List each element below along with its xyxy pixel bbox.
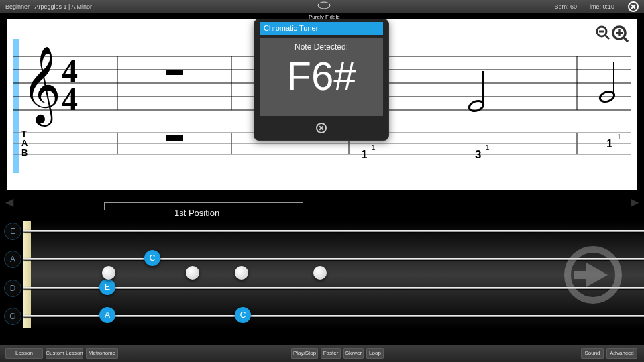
string-e [23,230,644,232]
zoom-in-button[interactable] [612,25,629,46]
loop-button[interactable]: Loop [366,348,384,359]
fret-note[interactable]: C [235,307,251,323]
bpm-display: Bpm: 60 [554,0,577,13]
tab-note: 31 [475,144,490,161]
fret-marker [313,266,327,280]
tab-label-a: A [21,138,28,148]
svg-rect-39 [574,271,589,279]
top-bar: Beginner - Arpeggios 1 | A Minor Purely … [0,0,644,13]
tuner-panel: Chromatic Tuner Note Detected: F6# [254,19,389,141]
string-a [23,258,644,260]
tuner-title: Chromatic Tuner [260,22,383,35]
treble-clef-icon: 𝄞 [21,47,61,127]
bottom-toolbar: Lesson Selector Custom Lesson Metronome … [0,345,644,362]
position-label: 1st Position [174,208,219,218]
lesson-title: Beginner - Arpeggios 1 | A Minor [5,0,92,13]
custom-lesson-button[interactable]: Custom Lesson [46,348,83,359]
lesson-selector-button[interactable]: Lesson Selector [5,348,43,359]
zoom-out-button[interactable] [596,25,610,43]
open-string-d[interactable]: D [4,280,21,297]
playhead [13,39,19,173]
tab-note: 11 [606,133,621,150]
svg-marker-38 [586,263,608,287]
open-string-a[interactable]: A [4,251,21,268]
advanced-button[interactable]: Advanced [606,348,637,359]
faster-button[interactable]: Faster [321,348,341,359]
metronome-button[interactable]: Metronome [86,348,118,359]
close-button[interactable] [628,1,639,12]
svg-point-17 [468,99,484,113]
string-g [23,315,644,317]
tab-label-t: T [21,129,27,139]
svg-line-34 [623,37,628,42]
svg-text:1: 1 [617,133,621,141]
tuner-note: F6# [260,53,383,99]
string-d [23,287,644,289]
fret-marker [186,266,199,280]
sound-button[interactable]: Sound [581,348,604,359]
open-string-g[interactable]: G [4,308,21,325]
fretboard[interactable] [23,221,644,328]
note [468,71,484,113]
whole-rest [166,70,183,75]
time-sig-bottom: 4 [62,81,78,117]
svg-text:1: 1 [486,144,490,152]
svg-text:1: 1 [361,148,367,161]
tuner-detected-label: Note Detected: [260,38,383,52]
tab-note: 11 [361,144,376,161]
nut [23,221,31,328]
fret-note[interactable]: C [144,250,160,266]
fret-note[interactable]: E [99,279,115,295]
tuner-close-button[interactable] [316,123,327,133]
fret-note[interactable]: A [99,307,115,323]
tab-rest [166,135,183,141]
svg-text:3: 3 [475,148,481,161]
fret-marker [235,266,248,280]
slower-button[interactable]: Slower [343,348,364,359]
time-display: Time: 0:10 [586,0,614,13]
open-string-e[interactable]: E [4,223,21,240]
tab-label-b: B [21,147,28,158]
svg-text:1: 1 [372,144,376,152]
svg-line-31 [605,35,609,39]
fretboard-panel: 1st Position E A D G C E A C [0,194,644,339]
play-stop-button[interactable]: Play/Stop [291,348,318,359]
note [598,62,615,103]
fret-marker [102,266,115,280]
svg-text:1: 1 [606,137,612,150]
play-target-icon[interactable] [562,244,624,308]
svg-point-0 [318,2,330,9]
tuner-body: Note Detected: F6# [260,38,383,116]
